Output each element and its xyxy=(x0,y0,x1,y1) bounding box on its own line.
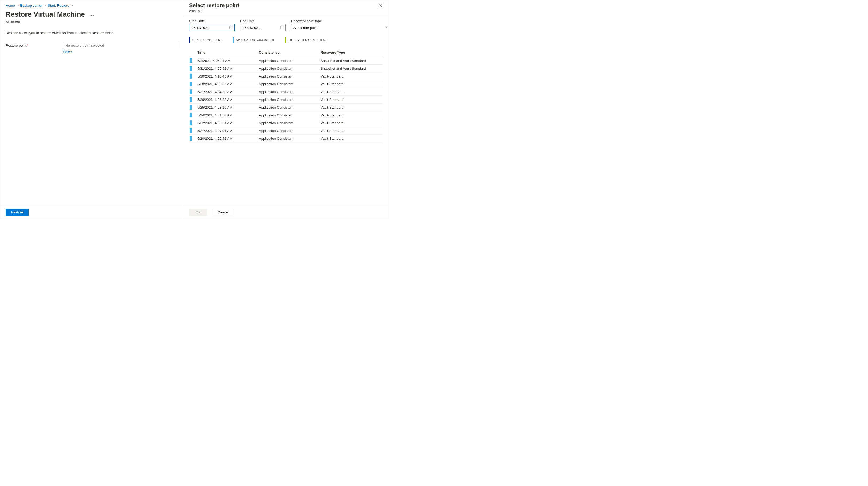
cell-recovery: Vault-Standard xyxy=(320,129,383,133)
breadcrumb: Home > Backup center > Start: Restore > xyxy=(6,3,178,7)
cell-time: 5/27/2021, 4:04:20 AM xyxy=(197,90,259,94)
legend-application-consistent: APPLICATION CONSISTENT xyxy=(233,37,275,43)
restore-vm-pane: Home > Backup center > Start: Restore > … xyxy=(0,0,184,219)
select-restore-point-link[interactable]: Select xyxy=(63,50,73,54)
table-row[interactable]: 5/26/2021, 4:06:23 AMApplication Consist… xyxy=(189,96,383,104)
cell-recovery: Vault-Standard xyxy=(320,82,383,86)
required-asterisk: * xyxy=(27,44,28,48)
close-icon[interactable] xyxy=(377,2,383,9)
consistency-indicator xyxy=(190,120,192,125)
breadcrumb-separator: > xyxy=(17,3,19,7)
start-date-label: Start Date xyxy=(189,19,235,23)
table-row[interactable]: 5/31/2021, 4:09:52 AMApplication Consist… xyxy=(189,65,383,73)
cell-time: 6/1/2021, 4:06:04 AM xyxy=(197,59,259,63)
table-row[interactable]: 5/30/2021, 4:10:46 AMApplication Consist… xyxy=(189,73,383,80)
restore-point-input[interactable] xyxy=(63,42,178,49)
col-recovery: Recovery Type xyxy=(320,51,383,54)
cell-consistency: Application Consistent xyxy=(259,97,320,102)
table-row[interactable]: 5/27/2021, 4:04:20 AMApplication Consist… xyxy=(189,88,383,96)
cell-consistency: Application Consistent xyxy=(259,74,320,78)
breadcrumb-separator: > xyxy=(71,3,73,7)
panel-header: Select restore point winsqlsea xyxy=(184,0,388,15)
cell-time: 5/26/2021, 4:06:23 AM xyxy=(197,97,259,102)
cell-time: 5/30/2021, 4:10:46 AM xyxy=(197,74,259,78)
page-description: Restore allows you to restore VM/disks f… xyxy=(6,31,178,35)
page-title-row: Restore Virtual Machine … xyxy=(6,10,178,19)
cell-consistency: Application Consistent xyxy=(259,137,320,141)
table-row[interactable]: 5/20/2021, 4:02:42 AMApplication Consist… xyxy=(189,135,383,142)
breadcrumb-start-restore[interactable]: Start: Restore xyxy=(48,3,69,7)
cell-consistency: Application Consistent xyxy=(259,59,320,63)
legend: CRASH CONSISTENT APPLICATION CONSISTENT … xyxy=(189,37,383,43)
select-restore-point-panel: Select restore point winsqlsea Start Dat… xyxy=(184,0,388,219)
cell-recovery: Vault-Standard xyxy=(320,121,383,125)
cell-consistency: Application Consistent xyxy=(259,82,320,86)
end-date-input[interactable] xyxy=(240,24,286,31)
page-subtitle: winsqlsea xyxy=(6,20,178,23)
cancel-button[interactable]: Cancel xyxy=(213,209,234,216)
end-date-label: End Date xyxy=(240,19,286,23)
left-footer: Restore xyxy=(0,206,184,219)
cell-consistency: Application Consistent xyxy=(259,129,320,133)
start-date-input[interactable] xyxy=(189,24,235,31)
legend-bar-fs xyxy=(285,37,286,43)
consistency-indicator xyxy=(190,128,192,133)
consistency-indicator xyxy=(190,82,192,86)
table-row[interactable]: 5/21/2021, 4:07:01 AMApplication Consist… xyxy=(189,127,383,135)
col-consistency: Consistency xyxy=(259,51,320,54)
cell-recovery: Snapshot and Vault-Standard xyxy=(320,66,383,70)
consistency-indicator xyxy=(190,89,192,94)
legend-crash-label: CRASH CONSISTENT xyxy=(192,38,222,41)
table-header: Time Consistency Recovery Type xyxy=(189,48,383,57)
table-row[interactable]: 5/28/2021, 4:05:57 AMApplication Consist… xyxy=(189,80,383,88)
table-row[interactable]: 5/24/2021, 4:01:58 AMApplication Consist… xyxy=(189,111,383,119)
cell-time: 5/24/2021, 4:01:58 AM xyxy=(197,113,259,117)
table-row[interactable]: 5/22/2021, 4:06:21 AMApplication Consist… xyxy=(189,119,383,127)
cell-time: 5/22/2021, 4:06:21 AM xyxy=(197,121,259,125)
cell-recovery: Vault-Standard xyxy=(320,74,383,78)
recovery-type-select[interactable] xyxy=(291,24,388,31)
cell-recovery: Vault-Standard xyxy=(320,106,383,109)
table-row[interactable]: 6/1/2021, 4:06:04 AMApplication Consiste… xyxy=(189,57,383,65)
cell-time: 5/20/2021, 4:02:42 AM xyxy=(197,137,259,141)
cell-consistency: Application Consistent xyxy=(259,106,320,109)
breadcrumb-home[interactable]: Home xyxy=(6,3,15,7)
cell-recovery: Snapshot and Vault-Standard xyxy=(320,59,383,63)
cell-consistency: Application Consistent xyxy=(259,121,320,125)
panel-title: Select restore point xyxy=(189,2,239,8)
cell-time: 5/21/2021, 4:07:01 AM xyxy=(197,129,259,133)
legend-crash-consistent: CRASH CONSISTENT xyxy=(189,37,222,43)
restore-point-field: Restore point* Select xyxy=(6,42,178,54)
restore-points-table: Time Consistency Recovery Type 6/1/2021,… xyxy=(189,48,383,142)
legend-bar-crash xyxy=(189,37,190,43)
cell-consistency: Application Consistent xyxy=(259,113,320,117)
cell-consistency: Application Consistent xyxy=(259,66,320,70)
table-row[interactable]: 5/25/2021, 4:08:19 AMApplication Consist… xyxy=(189,104,383,111)
consistency-indicator xyxy=(190,97,192,102)
cell-recovery: Vault-Standard xyxy=(320,137,383,141)
consistency-indicator xyxy=(190,113,192,117)
more-actions-icon[interactable]: … xyxy=(89,11,94,17)
cell-time: 5/28/2021, 4:05:57 AM xyxy=(197,82,259,86)
consistency-indicator xyxy=(190,105,192,110)
cell-recovery: Vault-Standard xyxy=(320,90,383,94)
legend-filesystem-consistent: FILE-SYSTEM CONSISTENT xyxy=(285,37,327,43)
cell-recovery: Vault-Standard xyxy=(320,113,383,117)
page-title: Restore Virtual Machine xyxy=(6,10,85,19)
consistency-indicator xyxy=(190,58,192,63)
consistency-indicator xyxy=(190,66,192,71)
legend-fs-label: FILE-SYSTEM CONSISTENT xyxy=(288,38,327,41)
restore-button[interactable]: Restore xyxy=(6,209,29,216)
breadcrumb-backup-center[interactable]: Backup center xyxy=(20,3,42,7)
cell-time: 5/25/2021, 4:08:19 AM xyxy=(197,106,259,109)
restore-point-label-text: Restore point xyxy=(6,44,26,48)
consistency-indicator xyxy=(190,74,192,79)
recovery-type-label: Recovery point type xyxy=(291,19,388,23)
panel-footer: OK Cancel xyxy=(184,206,388,219)
legend-app-label: APPLICATION CONSISTENT xyxy=(236,38,275,41)
col-time: Time xyxy=(197,51,259,54)
panel-body: Start Date End Date Recovery point type xyxy=(184,15,388,206)
cell-consistency: Application Consistent xyxy=(259,90,320,94)
consistency-indicator xyxy=(190,136,192,141)
filter-row: Start Date End Date Recovery point type xyxy=(189,19,383,31)
